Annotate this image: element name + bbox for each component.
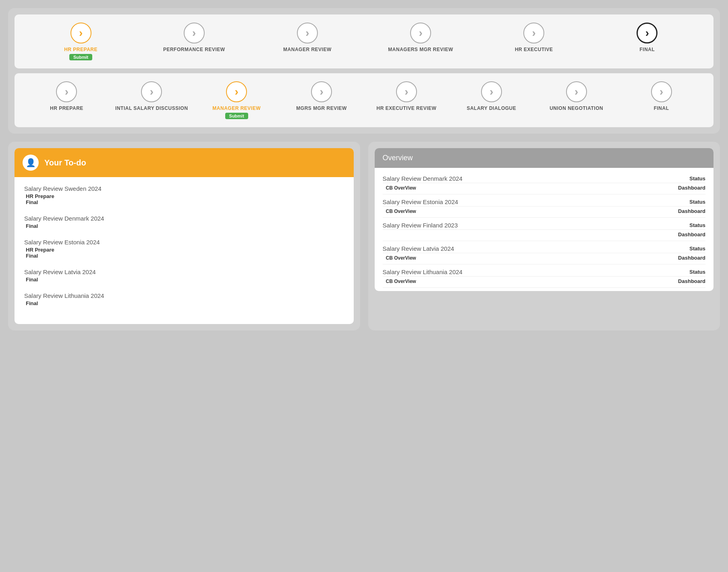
step-hr-executive-review[interactable]: ›HR EXECUTIVE REVIEW <box>364 81 449 111</box>
step-label-final-2: FINAL <box>654 105 669 111</box>
step-label-managers-mgr-review: MANAGERS MGR REVIEW <box>388 47 453 52</box>
step-initial-salary[interactable]: ›INTIAL SALARY DISCUSSION <box>109 81 194 111</box>
todo-header: 👤 Your To-do <box>15 148 354 177</box>
todo-item-sub: HR Prepare <box>26 247 344 253</box>
todo-title: Your To-do <box>44 158 86 167</box>
todo-list-item[interactable]: Salary Review Estonia 2024HR PrepareFina… <box>24 239 344 259</box>
todo-item-title: Salary Review Denmark 2024 <box>24 215 344 222</box>
overview-cboverview-label[interactable]: CB OverView <box>386 255 416 261</box>
step-circle-union-negotiation[interactable]: › <box>566 81 587 102</box>
todo-body: Salary Review Sweden 2024HR PrepareFinal… <box>15 177 354 324</box>
overview-status-label[interactable]: Status <box>689 176 705 182</box>
step-label-manager-review-1: MANAGER REVIEW <box>283 47 332 52</box>
overview-cboverview-label[interactable]: CB OverView <box>386 279 416 284</box>
overview-main-row[interactable]: Salary Review Denmark 2024Status <box>383 171 706 183</box>
user-icon: 👤 <box>23 155 39 171</box>
overview-card: Overview Salary Review Denmark 2024Statu… <box>368 142 720 330</box>
step-final-2[interactable]: ›FINAL <box>619 81 704 111</box>
step-label-initial-salary: INTIAL SALARY DISCUSSION <box>115 105 188 111</box>
todo-item-sub: Final <box>26 199 344 205</box>
step-hr-prepare-2[interactable]: ›HR PREPARE <box>24 81 109 111</box>
step-label-manager-review-2: MANAGER REVIEW <box>212 105 261 111</box>
step-circle-hr-executive-review[interactable]: › <box>396 81 417 102</box>
overview-main-row[interactable]: Salary Review Lithuania 2024Status <box>383 264 706 277</box>
overview-dashboard-label[interactable]: Dashboard <box>678 208 705 214</box>
overview-sub-row[interactable]: CB OverViewDashboard <box>383 277 706 288</box>
todo-inner: 👤 Your To-do Salary Review Sweden 2024HR… <box>15 148 354 324</box>
overview-dashboard-label[interactable]: Dashboard <box>678 185 705 191</box>
todo-list-item[interactable]: Salary Review Sweden 2024HR PrepareFinal <box>24 185 344 205</box>
step-hr-executive-1[interactable]: ›HR EXECUTIVE <box>477 23 591 52</box>
overview-header: Overview <box>375 148 714 168</box>
todo-item-title: Salary Review Latvia 2024 <box>24 268 344 275</box>
step-label-union-negotiation: UNION NEGOTIATION <box>550 105 603 111</box>
overview-dashboard-label[interactable]: Dashboard <box>678 278 705 284</box>
step-salary-dialogue[interactable]: ›SALARY DIALOGUE <box>449 81 534 111</box>
overview-item-title: Salary Review Lithuania 2024 <box>383 268 463 275</box>
step-manager-review-1[interactable]: ›MANAGER REVIEW <box>251 23 364 52</box>
todo-item-title: Salary Review Sweden 2024 <box>24 185 344 192</box>
step-union-negotiation[interactable]: ›UNION NEGOTIATION <box>534 81 619 111</box>
overview-status-label[interactable]: Status <box>689 246 705 252</box>
todo-card: 👤 Your To-do Salary Review Sweden 2024HR… <box>8 142 360 330</box>
todo-list-item[interactable]: Salary Review Latvia 2024Final <box>24 268 344 283</box>
step-label-hr-prepare-1: HR PREPARE <box>64 47 97 52</box>
workflow-row-2: ›HR PREPARE›INTIAL SALARY DISCUSSION›MAN… <box>15 73 713 127</box>
step-manager-review-2[interactable]: ›MANAGER REVIEWSubmit <box>194 81 279 119</box>
step-circle-manager-review-2[interactable]: › <box>226 81 247 102</box>
overview-item-title: Salary Review Estonia 2024 <box>383 198 458 205</box>
step-circle-managers-mgr-review[interactable]: › <box>410 23 431 43</box>
overview-sub-row[interactable]: CB OverViewDashboard <box>383 206 706 218</box>
step-circle-manager-review-1[interactable]: › <box>297 23 318 43</box>
step-circle-hr-prepare-2[interactable]: › <box>56 81 77 102</box>
overview-cboverview-label[interactable]: CB OverView <box>386 185 416 191</box>
overview-main-row[interactable]: Salary Review Finland 2023Status <box>383 218 706 230</box>
todo-item-sub: HR Prepare <box>26 193 344 199</box>
overview-main-row[interactable]: Salary Review Estonia 2024Status <box>383 194 706 206</box>
overview-sub-row[interactable]: CB OverViewDashboard <box>383 183 706 194</box>
step-circle-final-2[interactable]: › <box>651 81 672 102</box>
todo-item-sub: Final <box>26 277 344 283</box>
step-circle-final-1[interactable]: › <box>637 23 657 43</box>
step-label-salary-dialogue: SALARY DIALOGUE <box>467 105 516 111</box>
todo-list-item[interactable]: Salary Review Denmark 2024Final <box>24 215 344 229</box>
step-label-hr-executive-1: HR EXECUTIVE <box>515 47 553 52</box>
todo-item-sub: Final <box>26 300 344 306</box>
step-label-hr-prepare-2: HR PREPARE <box>50 105 83 111</box>
overview-cboverview-label[interactable]: CB OverView <box>386 209 416 214</box>
step-performance-review[interactable]: ›PERFORMANCE REVIEW <box>137 23 251 52</box>
step-circle-hr-prepare-1[interactable]: › <box>71 23 91 43</box>
todo-list-item[interactable]: Salary Review Lithuania 2024Final <box>24 292 344 306</box>
submit-badge[interactable]: Submit <box>225 113 248 119</box>
overview-body: Salary Review Denmark 2024StatusCB OverV… <box>375 168 714 291</box>
overview-inner: Overview Salary Review Denmark 2024Statu… <box>375 148 714 291</box>
step-circle-salary-dialogue[interactable]: › <box>481 81 502 102</box>
overview-main-row[interactable]: Salary Review Latvia 2024Status <box>383 241 706 253</box>
overview-status-label[interactable]: Status <box>689 269 705 275</box>
overview-sub-row[interactable]: Dashboard <box>383 230 706 241</box>
step-circle-initial-salary[interactable]: › <box>141 81 162 102</box>
overview-sub-row[interactable]: CB OverViewDashboard <box>383 253 706 264</box>
workflow-row-1: ›HR PREPARESubmit›PERFORMANCE REVIEW›MAN… <box>15 14 713 68</box>
overview-dashboard-label[interactable]: Dashboard <box>678 231 705 237</box>
todo-item-title: Salary Review Lithuania 2024 <box>24 292 344 299</box>
overview-dashboard-label[interactable]: Dashboard <box>678 255 705 261</box>
submit-badge[interactable]: Submit <box>69 54 92 60</box>
step-label-hr-executive-review: HR EXECUTIVE REVIEW <box>377 105 437 111</box>
overview-item-title: Salary Review Denmark 2024 <box>383 175 463 182</box>
step-hr-prepare-1[interactable]: ›HR PREPARESubmit <box>24 23 137 60</box>
step-label-performance-review: PERFORMANCE REVIEW <box>163 47 225 52</box>
step-circle-performance-review[interactable]: › <box>184 23 205 43</box>
overview-status-label[interactable]: Status <box>689 199 705 205</box>
step-circle-mgrs-mgr-review[interactable]: › <box>311 81 332 102</box>
step-managers-mgr-review[interactable]: ›MANAGERS MGR REVIEW <box>364 23 477 52</box>
todo-item-sub: Final <box>26 253 344 259</box>
overview-item-title: Salary Review Finland 2023 <box>383 222 458 229</box>
step-final-1[interactable]: ›FINAL <box>591 23 704 52</box>
step-mgrs-mgr-review[interactable]: ›MGRS MGR REVIEW <box>279 81 364 111</box>
step-label-final-1: FINAL <box>640 47 655 52</box>
bottom-section: 👤 Your To-do Salary Review Sweden 2024HR… <box>8 142 720 330</box>
overview-status-label[interactable]: Status <box>689 222 705 228</box>
todo-item-sub: Final <box>26 223 344 229</box>
step-circle-hr-executive-1[interactable]: › <box>523 23 544 43</box>
